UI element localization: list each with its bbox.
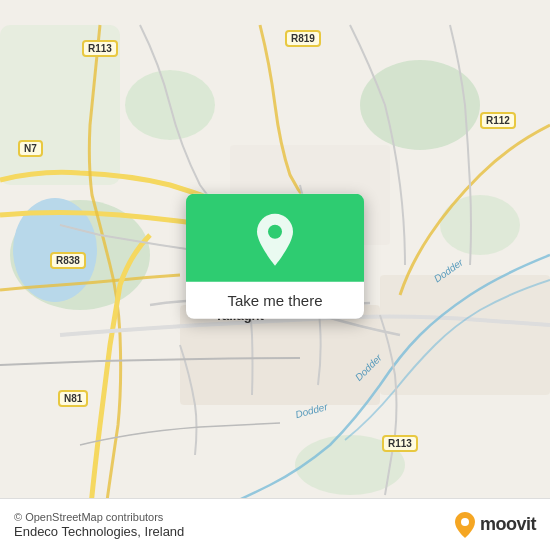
attribution-text: © OpenStreetMap contributors xyxy=(14,511,184,523)
location-popup[interactable]: Take me there xyxy=(186,194,364,319)
take-me-there-button[interactable]: Take me there xyxy=(186,282,364,319)
road-badge-r113-top: R113 xyxy=(82,40,118,57)
svg-point-11 xyxy=(268,225,282,239)
moovit-text-label: moovit xyxy=(480,514,536,535)
svg-point-12 xyxy=(461,518,469,526)
popup-header xyxy=(186,194,364,282)
road-badge-r113-bot: R113 xyxy=(382,435,418,452)
road-badge-r838: R838 xyxy=(50,252,86,269)
road-badge-r112: R112 xyxy=(480,112,516,129)
moovit-pin-icon xyxy=(454,511,476,539)
road-badge-n7: N7 xyxy=(18,140,43,157)
map-container: N7 R113 R819 R112 R838 N81 R113 Tallaght… xyxy=(0,0,550,550)
moovit-branding: moovit xyxy=(454,511,536,539)
company-name: Endeco Technologies, Ireland xyxy=(14,524,184,539)
road-badge-r819: R819 xyxy=(285,30,321,47)
location-pin-icon xyxy=(251,212,299,268)
footer-bar: © OpenStreetMap contributors Endeco Tech… xyxy=(0,498,550,550)
road-badge-n81: N81 xyxy=(58,390,88,407)
svg-point-2 xyxy=(360,60,480,150)
